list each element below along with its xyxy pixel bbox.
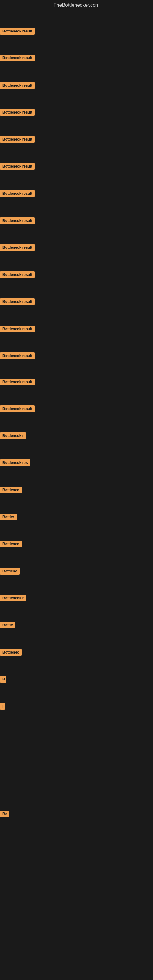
bottleneck-result-item: Bottleneck result [0,379,35,387]
bottleneck-result-item: Bottlene [0,568,19,576]
bottleneck-result-item: Bo [0,811,9,819]
bottleneck-result-item: Bottleneck r [0,433,26,441]
bottleneck-result-item: Bottleneck result [0,244,35,252]
site-title: TheBottlenecker.com [0,0,153,10]
bottleneck-result-item: Bottleneck res [0,460,30,467]
bottleneck-badge: Bottleneck result [0,379,35,385]
bottleneck-result-item: Bottler [0,514,17,522]
bottleneck-badge: Bottlenec [0,487,22,493]
bottleneck-badge: | [0,703,5,710]
bottleneck-badge: Bottleneck result [0,54,35,61]
bottleneck-result-item: Bottleneck result [0,190,35,198]
bottleneck-badge: Bo [0,811,9,818]
bottleneck-result-item: Bottlenec [0,649,22,657]
bottleneck-badge: Bottlenec [0,541,22,547]
bottleneck-badge: Bottleneck res [0,460,30,466]
bottleneck-badge: Bottleneck r [0,595,26,601]
bottleneck-result-item: Bottleneck result [0,353,35,360]
bottleneck-badge: Bottleneck result [0,271,35,278]
bottleneck-result-item: Bottleneck result [0,136,35,144]
bottleneck-result-item: Bottleneck result [0,82,35,90]
bottleneck-result-item: Bottleneck result [0,298,35,306]
bottleneck-badge: Bottle [0,622,15,628]
bottleneck-badge: Bottleneck result [0,82,35,89]
bottleneck-result-item: Bottleneck result [0,54,35,62]
bottleneck-result-item: Bottleneck result [0,326,35,334]
bottleneck-badge: Bottleneck result [0,109,35,116]
bottleneck-result-item: Bottleneck result [0,163,35,171]
bottleneck-badge: Bottleneck result [0,298,35,305]
bottleneck-result-item: Bottlenec [0,541,22,549]
bottleneck-badge: Bottleneck result [0,406,35,412]
bottleneck-badge: Bottleneck result [0,244,35,251]
bottleneck-result-item: Bottle [0,622,15,630]
bottleneck-badge: Bottleneck result [0,28,35,35]
bottleneck-result-item: Bottleneck result [0,218,35,225]
bottleneck-badge: Bottler [0,514,17,520]
bottleneck-result-item: Bottleneck result [0,109,35,117]
bottleneck-badge: Bottlene [0,568,19,574]
bottleneck-badge: Bottleneck result [0,353,35,359]
bottleneck-badge: Bottleneck result [0,190,35,197]
bottleneck-badge: Bottleneck result [0,218,35,224]
bottleneck-badge: Bottleneck result [0,136,35,143]
bottleneck-badge: Bottlenec [0,649,22,656]
bottleneck-badge: Bottleneck result [0,163,35,170]
bottleneck-result-item: Bottleneck result [0,271,35,279]
bottleneck-result-item: Bottleneck result [0,406,35,414]
bottleneck-result-item: Bottlenec [0,487,22,495]
bottleneck-result-item: Bottleneck result [0,28,35,36]
bottleneck-result-item: B [0,676,6,684]
bottleneck-badge: Bottleneck result [0,326,35,332]
bottleneck-badge: B [0,676,6,682]
bottleneck-result-item: | [0,703,5,711]
bottleneck-badge: Bottleneck r [0,433,26,439]
bottleneck-result-item: Bottleneck r [0,595,26,603]
